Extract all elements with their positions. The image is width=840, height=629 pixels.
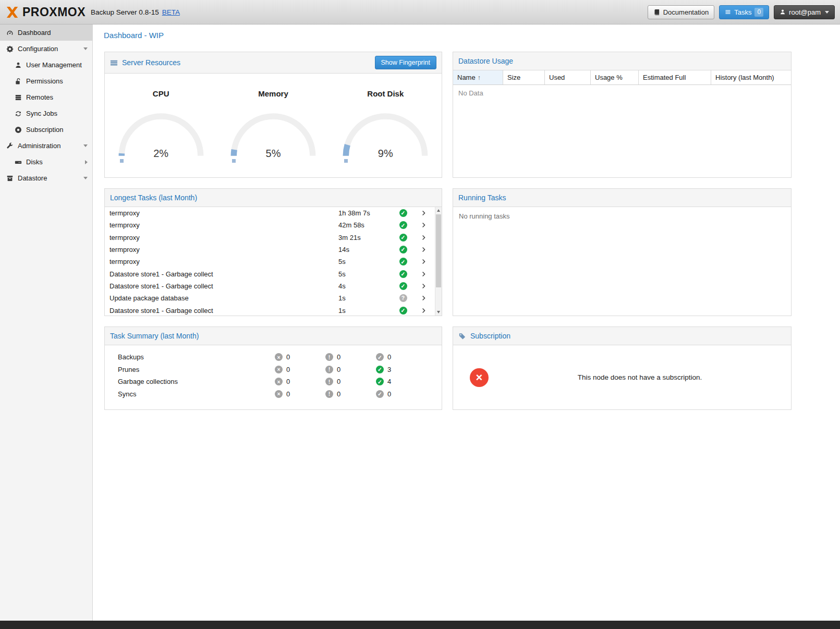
beta-link[interactable]: BETA xyxy=(162,8,180,16)
gauge-value: 9% xyxy=(339,148,431,160)
datastore-usage-header: Datastore Usage xyxy=(453,52,791,70)
user-menu-button[interactable]: root@pam xyxy=(774,5,835,19)
task-duration: 1h 38m 7s xyxy=(338,209,393,217)
root-disk-gauge: Root Disk 9% xyxy=(336,89,435,160)
error-icon: × xyxy=(275,390,283,398)
chevron-right-icon[interactable] xyxy=(413,295,435,301)
sidebar-item-user-management[interactable]: User Management xyxy=(0,57,92,73)
error-count[interactable]: ×0 xyxy=(275,378,325,385)
top-bar: PROXMOX Backup Server 0.8-15 BETA Docume… xyxy=(0,0,840,25)
sidebar-item-disks[interactable]: Disks xyxy=(0,154,92,170)
task-row[interactable]: termproxy14s✓ xyxy=(105,244,435,256)
life-ring-icon xyxy=(14,126,22,134)
tasks-button[interactable]: Tasks 0 xyxy=(719,5,769,19)
unlock-icon xyxy=(14,78,22,85)
sidebar-item-configuration[interactable]: Configuration xyxy=(0,41,92,57)
task-name: Datastore store1 - Garbage collect xyxy=(109,307,338,314)
chevron-right-icon[interactable] xyxy=(413,210,435,216)
error-count[interactable]: ×0 xyxy=(275,366,325,373)
sort-ascending-icon: ↑ xyxy=(478,74,481,81)
scroll-down-arrow[interactable] xyxy=(435,309,442,316)
warning-count[interactable]: !0 xyxy=(325,390,376,398)
summary-label: Syncs xyxy=(105,390,275,398)
sidebar-item-sync-jobs[interactable]: Sync Jobs xyxy=(0,105,92,122)
server-icon xyxy=(14,94,22,101)
task-duration: 1s xyxy=(338,307,393,314)
task-name: Update package database xyxy=(109,294,338,302)
column-header-usage[interactable]: Usage % xyxy=(591,70,639,84)
chevron-right-icon[interactable] xyxy=(413,271,435,277)
documentation-button[interactable]: Documentation xyxy=(648,5,714,19)
check-icon: ✓ xyxy=(376,378,384,385)
ok-count[interactable]: ✓0 xyxy=(376,353,427,361)
scroll-up-arrow[interactable] xyxy=(435,207,442,214)
warning-count[interactable]: !0 xyxy=(325,378,376,385)
chevron-right-icon[interactable] xyxy=(413,247,435,252)
warning-count[interactable]: !0 xyxy=(325,353,376,361)
task-summary-panel: Task Summary (last Month) Backups×0!0✓0P… xyxy=(104,326,442,410)
task-row[interactable]: termproxy3m 21s✓ xyxy=(105,232,435,244)
task-row[interactable]: Datastore store1 - Garbage collect1s✓ xyxy=(105,304,435,316)
sidebar-item-label: Disks xyxy=(26,158,43,166)
error-count[interactable]: ×0 xyxy=(275,353,325,361)
column-header-size[interactable]: Size xyxy=(503,70,545,84)
task-row[interactable]: termproxy1h 38m 7s✓ xyxy=(105,207,435,219)
ok-count[interactable]: ✓0 xyxy=(376,390,427,398)
chevron-right-icon[interactable] xyxy=(413,259,435,264)
main-content: Dashboard - WIP Server Resources Show Fi… xyxy=(93,25,840,621)
sidebar-item-dashboard[interactable]: Dashboard xyxy=(0,25,92,41)
scroll-thumb[interactable] xyxy=(436,214,441,287)
status-ok-icon: ✓ xyxy=(399,282,407,290)
task-duration: 42m 58s xyxy=(338,221,393,229)
column-header-name[interactable]: Name ↑ xyxy=(453,70,503,84)
hard-drive-icon xyxy=(14,159,22,166)
panel-title: Datastore Usage xyxy=(458,57,513,65)
task-name: termproxy xyxy=(109,258,338,265)
gauge-needle xyxy=(232,159,236,163)
summary-label: Prunes xyxy=(105,366,275,373)
resource-bars-icon xyxy=(110,59,118,67)
wrench-icon xyxy=(6,142,14,150)
panel-title: Running Tasks xyxy=(458,193,506,202)
column-header-estimated-full[interactable]: Estimated Full xyxy=(639,70,711,84)
task-row[interactable]: termproxy5s✓ xyxy=(105,256,435,268)
chevron-right-icon[interactable] xyxy=(413,222,435,228)
topbar-actions: Documentation Tasks 0 root@pam xyxy=(648,5,835,19)
chevron-right-icon xyxy=(85,160,88,164)
sidebar-item-label: Dashboard xyxy=(18,29,51,37)
sidebar-item-datastore[interactable]: Datastore xyxy=(0,170,92,186)
column-header-used[interactable]: Used xyxy=(545,70,591,84)
sidebar-item-label: Sync Jobs xyxy=(26,110,57,117)
sidebar-item-remotes[interactable]: Remotes xyxy=(0,89,92,105)
sidebar-item-administration[interactable]: Administration xyxy=(0,138,92,154)
show-fingerprint-button[interactable]: Show Fingerprint xyxy=(375,56,437,69)
error-count[interactable]: ×0 xyxy=(275,390,325,398)
ok-count[interactable]: ✓4 xyxy=(376,378,427,385)
subscription-message: This node does not have a subscription. xyxy=(489,373,791,381)
task-row[interactable]: Update package database1s? xyxy=(105,292,435,304)
summary-row: Garbage collections×0!0✓4 xyxy=(105,376,442,388)
chevron-right-icon[interactable] xyxy=(413,283,435,289)
chevron-right-icon[interactable] xyxy=(413,235,435,240)
gauge-value: 5% xyxy=(227,148,319,160)
chevron-down-icon xyxy=(83,47,88,50)
scrollbar[interactable] xyxy=(435,207,442,316)
task-row[interactable]: Datastore store1 - Garbage collect4s✓ xyxy=(105,280,435,292)
check-icon: ✓ xyxy=(376,390,384,398)
check-icon: ✓ xyxy=(376,353,384,361)
warning-icon: ! xyxy=(325,366,333,373)
task-row[interactable]: termproxy42m 58s✓ xyxy=(105,219,435,231)
chevron-right-icon[interactable] xyxy=(413,308,435,313)
proxmox-x-icon xyxy=(5,5,19,19)
no-running-tasks-text: No running tasks xyxy=(453,207,791,225)
task-name: Datastore store1 - Garbage collect xyxy=(109,270,338,278)
running-tasks-header: Running Tasks xyxy=(453,189,791,207)
task-name: termproxy xyxy=(109,234,338,241)
ok-count[interactable]: ✓3 xyxy=(376,366,427,373)
task-row[interactable]: Datastore store1 - Garbage collect5s✓ xyxy=(105,268,435,280)
sidebar-item-permissions[interactable]: Permissions xyxy=(0,73,92,89)
warning-count[interactable]: !0 xyxy=(325,366,376,373)
column-header-history[interactable]: History (last Month) xyxy=(711,70,791,84)
longest-tasks-panel: Longest Tasks (last Month) termproxy1h 3… xyxy=(104,188,442,316)
sidebar-item-subscription[interactable]: Subscription xyxy=(0,122,92,138)
